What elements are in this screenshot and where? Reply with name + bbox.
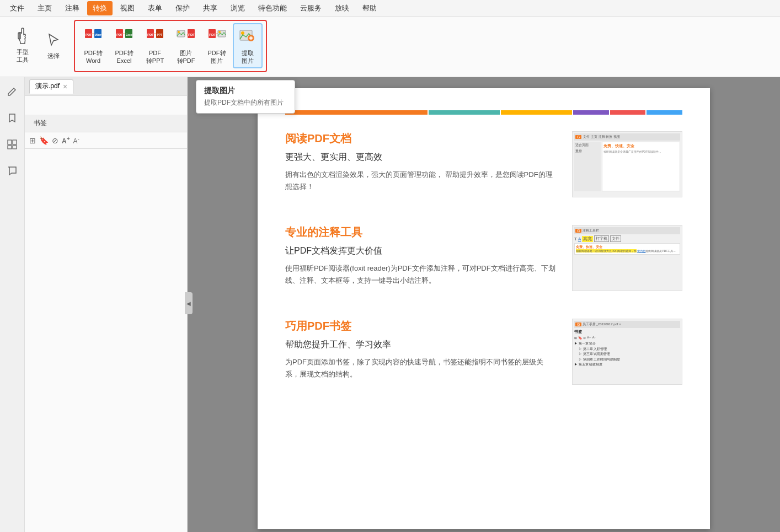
pdf-to-excel-icon: PDF → Excel <box>114 27 134 47</box>
pdf-screenshot-bookmark: G 员工手册_20120917.pdf × 书签 ⊞🔖⊘A+A- ▶ 第一章 简… <box>572 319 682 385</box>
hand-icon <box>13 26 33 46</box>
menu-slideshow[interactable]: 放映 <box>329 1 355 15</box>
menu-help[interactable]: 帮助 <box>357 1 382 15</box>
svg-text:PDF: PDF <box>188 33 195 36</box>
left-panel: 演示.pdf × 书签 ⊞ 🔖 ⊘ A+ A- <box>25 77 188 532</box>
pdf-to-img-icon: PDF → <box>207 27 227 47</box>
img-to-pdf-label: 图片转PDF <box>177 49 195 65</box>
menu-convert[interactable]: 转换 <box>87 1 113 15</box>
img-to-pdf-icon: → PDF <box>176 27 196 47</box>
file-tabs: 演示.pdf × <box>25 77 187 96</box>
hand-tool-label: 手型工具 <box>17 48 29 64</box>
sidebar-comment-icon[interactable] <box>3 162 21 180</box>
svg-text:Excel: Excel <box>126 33 133 36</box>
color-bar-orange <box>285 110 428 115</box>
pdf-to-word-label: PDF转Word <box>84 49 103 65</box>
pdf-to-ppt-icon: PDF → PPT <box>145 27 165 47</box>
pdf-section-annotation-text: 专业的注释工具 让PDF文档发挥更大价值 使用福昕PDF阅读器(foxit re… <box>285 225 555 287</box>
svg-point-25 <box>218 31 221 33</box>
pdf-to-ppt-button[interactable]: PDF → PPT PDF转PPT <box>140 23 170 68</box>
tooltip-description: 提取PDF文档中的所有图片 <box>204 98 287 108</box>
color-bar-red <box>610 110 646 115</box>
color-bar-amber <box>501 110 572 115</box>
extract-img-button[interactable]: 提取图片 <box>233 23 263 68</box>
menu-share[interactable]: 共享 <box>197 1 223 15</box>
img-to-pdf-button[interactable]: → PDF 图片转PDF <box>171 23 201 68</box>
bookmark-subtitle: 帮助您提升工作、学习效率 <box>285 339 555 351</box>
sidebar-pencil-icon[interactable] <box>3 83 21 100</box>
annotation-body: 使用福昕PDF阅读器(foxit reader)为PDF文件添加注释，可对PDF… <box>285 262 555 287</box>
svg-text:PPT: PPT <box>157 33 163 36</box>
read-title: 阅读PDF文档 <box>285 131 555 146</box>
bookmark-title: 巧用PDF书签 <box>285 319 555 334</box>
menu-table[interactable]: 表单 <box>142 1 168 15</box>
pdf-section-bookmark: 巧用PDF书签 帮助您提升工作、学习效率 为PDF页面添加书签，除了实现内容的快… <box>285 319 682 385</box>
tab-bar: 书签 <box>25 115 187 132</box>
toolbar-group-convert: PDF → Word PDF转Word PDF → Excel PDF转Exce… <box>74 20 267 72</box>
color-bar-purple <box>573 110 609 115</box>
bookmark-body: 为PDF页面添加书签，除了实现内容的快速导航，书签还能指明不同书签的层级关系，展… <box>285 356 555 380</box>
svg-text:Word: Word <box>95 33 103 36</box>
toolbar-group-hand-select: 手型工具 选择 <box>4 20 72 72</box>
bookmark-delete-icon[interactable]: ⊘ <box>52 136 58 145</box>
svg-rect-34 <box>13 146 17 149</box>
menu-browse[interactable]: 浏览 <box>225 1 250 15</box>
sidebar-bookmark-icon[interactable] <box>3 109 21 127</box>
menu-protect[interactable]: 保护 <box>170 1 195 15</box>
pdf-screenshot-read: G 文件 主页 注释 转换 视图 适合页面 重排 免费、快速、安全 福昕阅读器是… <box>572 131 682 197</box>
bookmark-decrease-icon[interactable]: A- <box>73 136 79 145</box>
svg-rect-33 <box>8 146 12 149</box>
file-tab-name: 演示.pdf <box>35 82 60 91</box>
read-subtitle: 更强大、更实用、更高效 <box>285 152 555 163</box>
color-bar-blue <box>647 110 682 115</box>
pdf-section-bookmark-text: 巧用PDF书签 帮助您提升工作、学习效率 为PDF页面添加书签，除了实现内容的快… <box>285 319 555 380</box>
color-bar <box>285 110 682 115</box>
tab-bookmark[interactable]: 书签 <box>29 117 51 130</box>
svg-point-17 <box>178 31 180 33</box>
select-tool-label: 选择 <box>47 52 60 60</box>
annotation-title: 专业的注释工具 <box>285 225 555 240</box>
extract-img-label: 提取图片 <box>242 49 254 65</box>
pdf-section-annotation: 专业的注释工具 让PDF文档发挥更大价值 使用福昕PDF阅读器(foxit re… <box>285 225 682 291</box>
collapse-panel-button[interactable]: ◀ <box>185 292 193 314</box>
menu-file[interactable]: 文件 <box>4 1 30 15</box>
pdf-to-img-label: PDF转图片 <box>208 49 226 65</box>
collapse-icon: ◀ <box>186 300 191 307</box>
pdf-to-excel-button[interactable]: PDF → Excel PDF转Excel <box>109 23 139 68</box>
hand-tool-button[interactable]: 手型工具 <box>8 22 38 67</box>
pdf-page: 阅读PDF文档 更强大、更实用、更高效 拥有出色的文档渲染效果，强大的页面管理功… <box>258 88 710 529</box>
annotation-subtitle: 让PDF文档发挥更大价值 <box>285 245 555 257</box>
svg-rect-31 <box>8 140 12 144</box>
pdf-section-read-text: 阅读PDF文档 更强大、更实用、更高效 拥有出色的文档渲染效果，强大的页面管理功… <box>285 131 555 193</box>
pdf-screenshot-annotation: G 注释工具栏 T A 高亮 打字机 文件 免费、快速、安全 福昕阅读器是一款功… <box>572 225 682 291</box>
pdf-to-ppt-label: PDF转PPT <box>146 49 164 65</box>
menu-home[interactable]: 主页 <box>32 1 57 15</box>
menu-view[interactable]: 视图 <box>115 1 140 15</box>
bookmark-increase-icon[interactable]: A+ <box>62 136 70 145</box>
bookmark-page-icon[interactable]: 🔖 <box>39 136 49 145</box>
bookmark-tools: ⊞ 🔖 ⊘ A+ A- <box>25 132 187 149</box>
bookmark-add-icon[interactable]: ⊞ <box>29 136 36 145</box>
select-icon <box>44 30 63 50</box>
read-body: 拥有出色的文档渲染效果，强大的页面管理功能， 帮助提升效率，是您阅读PDF的理想… <box>285 169 555 193</box>
menu-annotate[interactable]: 注释 <box>60 1 85 15</box>
sidebar <box>0 77 25 532</box>
sidebar-pages-icon[interactable] <box>3 136 21 153</box>
file-tab-demo[interactable]: 演示.pdf × <box>29 79 73 94</box>
svg-rect-32 <box>13 140 17 144</box>
pdf-to-img-button[interactable]: PDF → PDF转图片 <box>202 23 232 68</box>
main-content: 阅读PDF文档 更强大、更实用、更高效 拥有出色的文档渲染效果，强大的页面管理功… <box>188 77 780 532</box>
toolbar: 手型工具 选择 PDF → Word PDF转Word <box>0 17 780 77</box>
tooltip-title: 提取图片 <box>204 86 287 96</box>
file-tab-close[interactable]: × <box>63 82 67 91</box>
menu-cloud[interactable]: 云服务 <box>295 1 327 15</box>
menu-features[interactable]: 特色功能 <box>253 1 292 15</box>
tooltip-extract-img: 提取图片 提取PDF文档中的所有图片 <box>196 80 295 114</box>
pdf-to-excel-label: PDF转Excel <box>115 49 133 65</box>
pdf-to-word-icon: PDF → Word <box>83 27 103 47</box>
pdf-to-word-button[interactable]: PDF → Word PDF转Word <box>78 23 108 68</box>
color-bar-teal <box>429 110 500 115</box>
extract-img-icon <box>238 27 258 47</box>
menu-bar: 文件 主页 注释 转换 视图 表单 保护 共享 浏览 特色功能 云服务 放映 帮… <box>0 0 780 17</box>
select-tool-button[interactable]: 选择 <box>39 22 68 67</box>
